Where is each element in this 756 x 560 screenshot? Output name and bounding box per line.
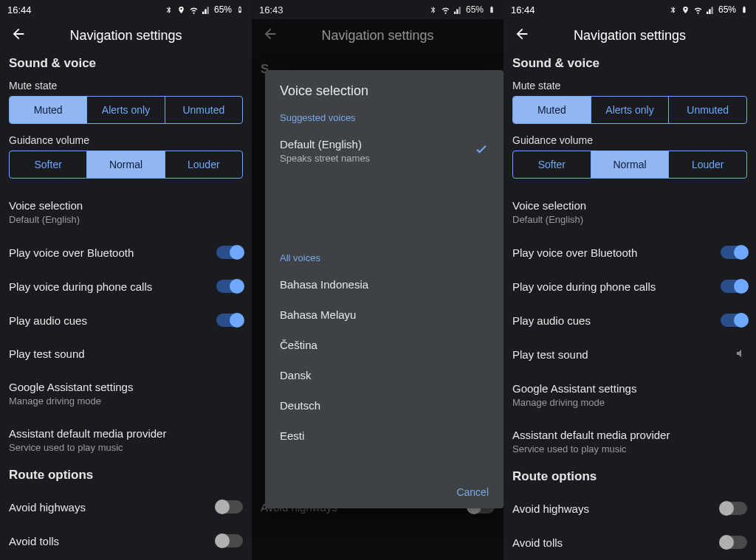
play-voice-calls-toggle[interactable] (721, 280, 747, 293)
phone-panel-left: 16:44 65% (0, 0, 252, 560)
play-test-sound-label: Play test sound (9, 348, 85, 360)
status-time: 16:44 (511, 4, 535, 15)
guidance-option-louder[interactable]: Louder (668, 151, 746, 178)
avoid-tolls-item[interactable]: Avoid tolls (512, 525, 747, 559)
assistant-media-subtitle: Service used to play music (9, 442, 166, 453)
play-test-sound-item[interactable]: Play test sound (512, 337, 747, 372)
guidance-option-normal[interactable]: Normal (591, 151, 669, 178)
voice-option[interactable]: Bahasa Melayu (265, 300, 504, 330)
play-voice-bluetooth-label: Play voice over Bluetooth (9, 246, 134, 259)
mute-option-alerts[interactable]: Alerts only (86, 97, 164, 123)
guidance-option-softer[interactable]: Softer (10, 151, 86, 178)
avoid-highways-toggle[interactable] (721, 502, 747, 515)
play-test-sound-item[interactable]: Play test sound (9, 337, 243, 370)
mute-option-muted[interactable]: Muted (10, 97, 86, 123)
voice-selection-value: Default (English) (512, 214, 586, 225)
guidance-option-softer[interactable]: Softer (513, 151, 591, 178)
dialog-default-voice[interactable]: Default (English) Speaks street names (265, 129, 504, 173)
section-route-options: Route options (9, 468, 243, 483)
play-audio-cues-toggle[interactable] (216, 314, 243, 327)
dialog-voice-list: Bahasa Indonesia Bahasa Melayu Čeština D… (265, 269, 504, 479)
play-voice-bluetooth-toggle[interactable] (721, 246, 747, 259)
voice-option[interactable]: Eesti (265, 421, 504, 451)
guidance-option-normal[interactable]: Normal (86, 151, 164, 178)
back-arrow-icon[interactable] (10, 26, 27, 45)
status-bar: 16:44 65% (0, 0, 252, 19)
back-arrow-icon[interactable] (514, 26, 530, 45)
voice-option[interactable]: Dansk (265, 360, 504, 390)
avoid-highways-item[interactable]: Avoid highways (512, 491, 747, 525)
battery-icon (235, 5, 244, 15)
avoid-highways-toggle[interactable] (216, 500, 243, 514)
bluetooth-icon (428, 5, 438, 15)
mute-option-unmuted[interactable]: Unmuted (668, 97, 746, 123)
signal-icon (453, 5, 463, 15)
voice-option[interactable]: Čeština (265, 330, 504, 360)
assistant-media-title: Assistant default media provider (9, 427, 166, 440)
avoid-highways-item[interactable]: Avoid highways (9, 490, 243, 524)
voice-option[interactable]: Bahasa Indonesia (265, 269, 504, 300)
dialog-suggested-label: Suggested voices (265, 106, 504, 129)
page-title: Navigation settings (321, 28, 433, 44)
play-voice-bluetooth-label: Play voice over Bluetooth (512, 246, 637, 259)
avoid-tolls-toggle[interactable] (721, 536, 747, 549)
cancel-button[interactable]: Cancel (456, 486, 489, 498)
avoid-tolls-toggle[interactable] (216, 534, 243, 547)
play-voice-bluetooth-toggle[interactable] (216, 246, 243, 259)
bluetooth-icon (668, 5, 678, 15)
avoid-tolls-item[interactable]: Avoid tolls (9, 524, 243, 558)
play-voice-calls-toggle[interactable] (216, 280, 243, 293)
wifi-icon (693, 5, 703, 15)
location-icon (176, 5, 186, 15)
battery-icon (487, 5, 496, 15)
play-voice-calls-item[interactable]: Play voice during phone calls (512, 269, 747, 303)
speaker-icon (735, 348, 747, 362)
play-voice-bluetooth-item[interactable]: Play voice over Bluetooth (512, 235, 747, 269)
mute-option-unmuted[interactable]: Unmuted (165, 97, 242, 123)
voice-selection-title: Voice selection (9, 199, 83, 212)
assistant-media-title: Assistant default media provider (512, 429, 670, 441)
avoid-tolls-label: Avoid tolls (9, 535, 59, 547)
location-icon (681, 5, 690, 15)
section-sound-voice: Sound & voice (512, 56, 747, 72)
voice-selection-title: Voice selection (512, 199, 586, 212)
phone-panel-middle: 16:43 65% Navigation settings S (252, 0, 504, 560)
guidance-volume-label: Guidance volume (512, 134, 747, 146)
assistant-settings-item[interactable]: Google Assistant settings Manage driving… (9, 370, 243, 417)
guidance-volume-segmented: Softer Normal Louder (512, 151, 747, 179)
mute-option-alerts[interactable]: Alerts only (591, 97, 669, 123)
voice-selection-value: Default (English) (9, 214, 83, 225)
assistant-settings-item[interactable]: Google Assistant settings Manage driving… (512, 372, 747, 418)
check-icon (474, 142, 489, 160)
play-voice-calls-item[interactable]: Play voice during phone calls (9, 269, 243, 303)
play-voice-calls-label: Play voice during phone calls (9, 280, 152, 293)
guidance-volume-segmented: Softer Normal Louder (9, 151, 243, 179)
play-audio-cues-toggle[interactable] (721, 314, 747, 327)
play-audio-cues-item[interactable]: Play audio cues (512, 303, 747, 337)
play-voice-bluetooth-item[interactable]: Play voice over Bluetooth (9, 235, 243, 269)
assistant-media-subtitle: Service used to play music (512, 443, 670, 454)
dialog-default-title: Default (English) (280, 138, 370, 151)
mute-state-label: Mute state (512, 80, 747, 91)
app-header: Navigation settings (504, 19, 756, 52)
assistant-media-item[interactable]: Assistant default media provider Service… (9, 417, 243, 463)
mute-option-muted[interactable]: Muted (513, 97, 591, 123)
page-title: Navigation settings (574, 28, 686, 44)
voice-selection-item[interactable]: Voice selection Default (English) (9, 189, 243, 235)
avoid-highways-label: Avoid highways (512, 502, 589, 515)
signal-icon (706, 5, 715, 15)
play-audio-cues-item[interactable]: Play audio cues (9, 303, 243, 337)
signal-icon (202, 5, 211, 15)
voice-selection-item[interactable]: Voice selection Default (English) (512, 189, 747, 235)
voice-option[interactable]: Deutsch (265, 390, 504, 421)
battery-percent: 65% (214, 4, 232, 15)
section-route-options: Route options (512, 469, 747, 484)
play-audio-cues-label: Play audio cues (9, 314, 87, 327)
dialog-title: Voice selection (265, 70, 504, 106)
guidance-option-louder[interactable]: Louder (165, 151, 242, 178)
avoid-tolls-label: Avoid tolls (512, 536, 563, 549)
assistant-settings-subtitle: Manage driving mode (9, 395, 133, 407)
guidance-volume-label: Guidance volume (9, 134, 243, 146)
assistant-media-item[interactable]: Assistant default media provider Service… (512, 418, 747, 465)
battery-icon (739, 5, 749, 15)
